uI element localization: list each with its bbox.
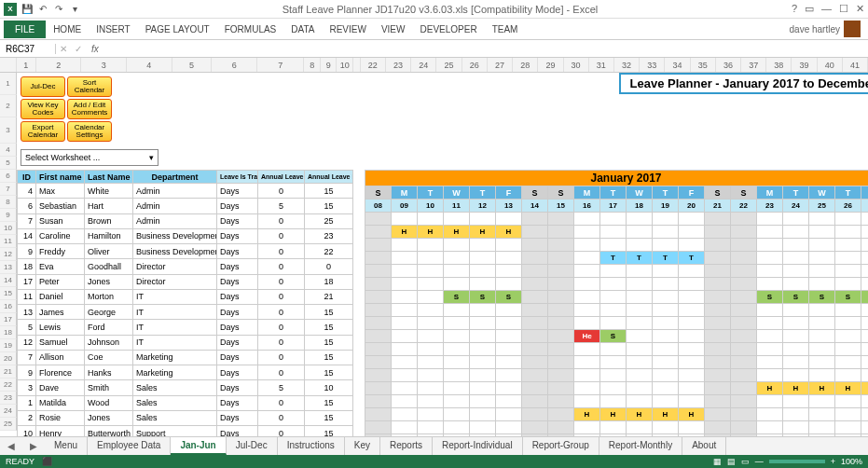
row-header[interactable]: 11 [0,235,17,248]
calendar-cell[interactable]: H [574,408,600,421]
calendar-cell[interactable] [365,278,392,291]
calendar-cell[interactable] [705,408,731,421]
calendar-cell[interactable] [809,213,835,226]
col-header[interactable]: 35 [691,58,716,72]
staff-row[interactable]: 18EvaGoodhallDirectorDays00 [18,259,353,274]
calendar-cell[interactable] [365,252,392,265]
calendar-cell[interactable] [861,408,869,421]
calendar-cell[interactable] [627,369,653,382]
calendar-cell[interactable] [783,421,809,434]
row-header[interactable]: 8 [0,196,17,209]
calendar-cell[interactable] [392,408,418,421]
row-header[interactable]: 15 [0,287,17,300]
calendar-cell[interactable] [496,213,522,226]
calendar-cell[interactable]: S [809,291,835,304]
calendar-cell[interactable] [444,213,470,226]
staff-row[interactable]: 13JamesGeorgeITDays015 [18,305,353,320]
row-header[interactable]: 5 [0,157,17,170]
calendar-cell[interactable] [574,252,600,265]
calendar-cell[interactable] [731,382,757,395]
help-icon[interactable]: ? [792,3,797,15]
col-header[interactable]: 39 [792,58,817,72]
sheet-tab-jan-jun[interactable]: Jan-Jun [171,437,226,455]
calendar-cell[interactable] [392,317,418,330]
tab-formulas[interactable]: FORMULAS [217,21,284,38]
calendar-cell[interactable] [574,226,600,239]
staff-row[interactable]: 4MaxWhiteAdminDays015 [18,184,353,199]
col-header[interactable]: 32 [614,58,640,72]
col-header[interactable]: 25 [436,58,462,72]
sheet-tab-instructions[interactable]: Instructions [278,437,345,455]
calendar-cell[interactable] [470,421,496,434]
col-header[interactable]: 36 [716,58,741,72]
calendar-cell[interactable] [600,278,627,291]
calendar-cell[interactable] [731,265,757,278]
calendar-cell[interactable] [548,343,574,356]
calendar-cell[interactable] [444,382,470,395]
calendar-cell[interactable]: S [496,291,522,304]
calendar-cell[interactable] [627,343,653,356]
staff-row[interactable]: 5LewisFordITDays015 [18,320,353,335]
calendar-cell[interactable] [783,252,809,265]
calendar-cell[interactable] [731,239,757,252]
calendar-cell[interactable] [470,382,496,395]
row-header[interactable]: 13 [0,261,17,274]
calendar-cell[interactable] [522,226,548,239]
calendar-cell[interactable] [600,421,627,434]
calendar-cell[interactable] [809,317,835,330]
zoom-in-icon[interactable]: + [831,457,835,466]
calendar-cell[interactable] [783,330,809,343]
calendar-cell[interactable] [835,421,861,434]
calendar-cell[interactable] [574,278,600,291]
calendar-cell[interactable]: H [418,226,444,239]
calendar-cell[interactable] [627,291,653,304]
worksheet-select[interactable]: Select Worksheet ... ▾ [21,149,158,166]
calendar-cell[interactable] [861,252,869,265]
calendar-cell[interactable] [731,395,757,408]
calendar-cell[interactable] [861,226,869,239]
calendar-cell[interactable] [444,356,470,369]
calendar-cell[interactable] [705,213,731,226]
sort-calendar-button[interactable]: Sort Calendar [67,76,112,97]
tab-developer[interactable]: DEVELOPER [412,21,484,38]
calendar-cell[interactable]: S [783,291,809,304]
calendar-cell[interactable] [861,356,869,369]
row-header[interactable]: 14 [0,274,17,287]
calendar-cell[interactable] [600,304,627,317]
calendar-cell[interactable] [731,408,757,421]
staff-row[interactable]: 7SusanBrownAdminDays025 [18,213,353,228]
calendar-cell[interactable] [783,239,809,252]
calendar-cell[interactable] [705,252,731,265]
calendar-cell[interactable] [600,317,627,330]
calendar-cell[interactable] [731,213,757,226]
col-header[interactable]: 5 [172,58,213,72]
calendar-cell[interactable] [548,369,574,382]
calendar-cell[interactable] [574,421,600,434]
calendar-cell[interactable] [835,317,861,330]
staff-row[interactable]: 1MatildaWoodSalesDays015 [18,395,353,410]
calendar-cell[interactable] [600,369,627,382]
staff-row[interactable]: 17PeterJonesDirectorDays018 [18,274,353,289]
row-header[interactable]: 25 [0,418,17,431]
calendar-cell[interactable] [757,343,783,356]
calendar-cell[interactable]: H [627,408,653,421]
calendar-cell[interactable] [444,343,470,356]
calendar-cell[interactable] [783,304,809,317]
calendar-cell[interactable] [679,421,705,434]
calendar-cell[interactable] [705,304,731,317]
row-header[interactable]: 19 [0,339,17,352]
col-header[interactable]: 22 [361,58,386,72]
staff-row[interactable]: 2RosieJonesSalesDays015 [18,410,353,425]
calendar-cell[interactable] [365,395,392,408]
calendar-cell[interactable] [757,265,783,278]
fx-icon[interactable]: fx [86,44,104,54]
calendar-cell[interactable] [757,278,783,291]
calendar-cell[interactable] [444,304,470,317]
calendar-cell[interactable] [365,265,392,278]
name-box[interactable]: R6C37 [0,44,56,54]
calendar-cell[interactable] [444,395,470,408]
calendar-cell[interactable] [522,317,548,330]
calendar-cell[interactable] [679,330,705,343]
calendar-cell[interactable] [731,252,757,265]
calendar-cell[interactable] [496,395,522,408]
